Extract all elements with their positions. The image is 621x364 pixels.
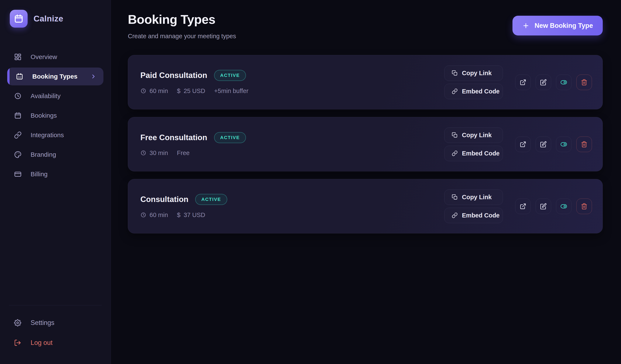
open-external-button[interactable] [515,74,531,90]
duration-value: 60 min [150,211,168,219]
logout-label: Log out [31,339,52,347]
delete-button[interactable] [576,74,592,90]
delete-button[interactable] [576,137,592,152]
embed-code-button[interactable]: Embed Code [444,84,503,99]
sidebar-item-billing[interactable]: Billing [7,165,104,183]
page-subtitle: Create and manage your meeting types [128,33,236,40]
logo-tile [10,10,28,28]
clock-icon [140,88,146,94]
gear-icon [14,319,21,326]
copy-icon [452,70,458,76]
toggle-on-icon [560,79,567,86]
booking-type-card: Paid Consultation ACTIVE 60 min $ 25 USD… [128,55,603,109]
new-booking-type-label: New Booking Type [535,22,593,30]
link-icon [452,150,458,156]
external-link-icon [520,79,526,86]
page-header: Booking Types Create and manage your mee… [128,12,603,40]
embed-code-label: Embed Code [462,150,500,157]
dashboard-icon [14,53,22,61]
sidebar-nav: Overview Booking Types Availability Book… [7,48,104,183]
logout-icon [14,339,21,346]
sidebar-item-availability[interactable]: Availability [7,87,104,105]
edit-icon [540,141,547,148]
clock-icon [140,150,146,156]
booking-type-name: Free Consultation [140,133,207,142]
edit-icon [540,203,547,210]
price-value: Free [177,150,190,156]
sidebar-item-label: Billing [31,171,48,178]
edit-icon [540,79,547,86]
sidebar-item-label: Booking Types [32,73,78,80]
external-link-icon [520,203,526,210]
link-icon [452,88,458,94]
calendar-icon [14,14,24,24]
sidebar-item-integrations[interactable]: Integrations [7,126,104,144]
new-booking-type-button[interactable]: New Booking Type [513,16,603,35]
sidebar-item-settings[interactable]: Settings [7,315,104,330]
link-icon [14,131,22,139]
trash-icon [581,203,587,210]
open-external-button[interactable] [515,137,531,152]
palette-icon [14,151,22,158]
plus-icon [522,22,530,29]
chevron-right-icon [90,73,97,80]
main-content: Booking Types Create and manage your mee… [111,0,621,364]
price-value: 37 USD [184,211,205,219]
dollar-sign: $ [177,87,181,94]
price: $ 37 USD [177,211,205,219]
edit-button[interactable] [536,199,551,214]
duration: 30 min [140,150,168,156]
sidebar-item-booking-types[interactable]: Booking Types [7,68,104,85]
booking-type-card: Consultation ACTIVE 60 min $ 37 USD [128,179,603,233]
trash-icon [581,141,587,148]
edit-button[interactable] [536,74,551,90]
logout-button[interactable]: Log out [7,335,104,350]
open-external-button[interactable] [515,199,531,214]
copy-link-label: Copy Link [462,194,492,201]
price: Free [177,150,190,156]
dollar-sign: $ [177,211,181,219]
booking-type-list: Paid Consultation ACTIVE 60 min $ 25 USD… [128,55,603,233]
sidebar-item-label: Bookings [31,112,57,119]
sidebar-item-overview[interactable]: Overview [7,48,104,66]
calendar-dots-icon [16,73,23,80]
toggle-on-icon [560,203,567,210]
copy-link-button[interactable]: Copy Link [444,190,503,205]
booking-type-meta: 60 min $ 37 USD [140,211,227,219]
copy-link-button[interactable]: Copy Link [444,127,503,143]
status-badge: ACTIVE [214,132,246,143]
booking-type-name: Consultation [140,195,188,204]
delete-button[interactable] [576,199,592,214]
duration: 60 min [140,87,168,94]
copy-icon [452,194,458,200]
sidebar-item-label: Availability [31,92,61,100]
trash-icon [581,79,587,86]
sidebar-item-branding[interactable]: Branding [7,146,104,164]
copy-link-button[interactable]: Copy Link [444,65,503,81]
booking-type-card: Free Consultation ACTIVE 30 min Free [128,117,603,171]
duration-value: 30 min [150,150,168,156]
page-title: Booking Types [128,12,236,27]
copy-link-label: Copy Link [462,132,492,139]
sidebar-item-label: Branding [31,151,56,158]
embed-code-button[interactable]: Embed Code [444,146,503,161]
sidebar-item-bookings[interactable]: Bookings [7,107,104,124]
external-link-icon [520,141,526,148]
copy-icon [452,132,458,138]
edit-button[interactable] [536,137,551,152]
settings-label: Settings [31,319,54,327]
embed-code-button[interactable]: Embed Code [444,208,503,223]
sidebar-item-label: Overview [31,53,57,61]
sidebar-divider [9,305,102,305]
toggle-active-button[interactable] [556,199,571,214]
toggle-active-button[interactable] [556,137,571,152]
sidebar: Calnize Overview Booking Types Availabil… [0,0,111,364]
price: $ 25 USD [177,87,205,94]
sidebar-item-label: Integrations [31,131,64,139]
credit-card-icon [14,170,22,178]
status-badge: ACTIVE [195,194,227,205]
toggle-on-icon [560,141,567,148]
toggle-active-button[interactable] [556,74,571,90]
booking-type-name: Paid Consultation [140,71,207,80]
embed-code-label: Embed Code [462,88,500,95]
